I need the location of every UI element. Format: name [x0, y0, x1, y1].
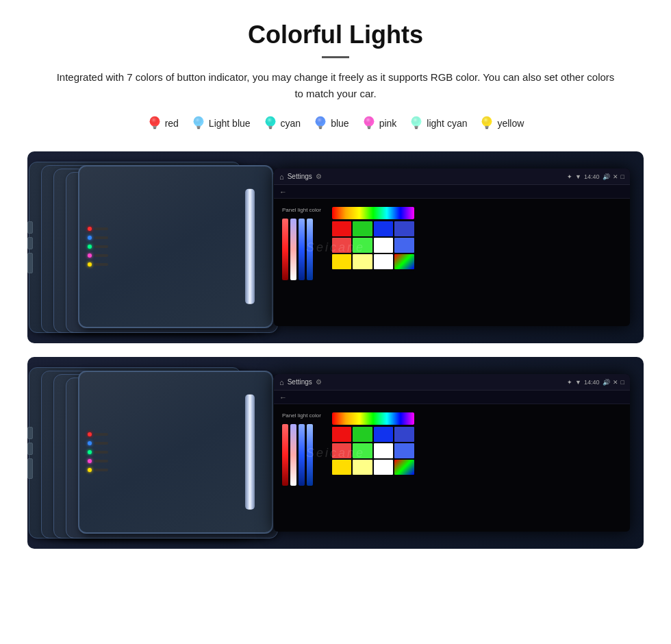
pink-bulb-icon	[362, 114, 377, 132]
color-row: red Light blue cyan	[27, 114, 644, 132]
screen-settings-label: Settings	[288, 173, 312, 180]
color-label-cyan: cyan	[281, 118, 301, 129]
blue-bulb-icon	[313, 114, 328, 132]
left-panels-2	[27, 357, 274, 549]
svg-rect-3	[153, 127, 156, 128]
panel-layer-1	[78, 165, 273, 328]
svg-rect-28	[415, 127, 418, 128]
svg-rect-24	[368, 128, 370, 129]
svg-rect-34	[486, 128, 489, 129]
screen-content-1: Panel light color	[274, 199, 630, 326]
left-panels-1	[27, 151, 274, 343]
svg-point-11	[265, 116, 275, 127]
screen-content-2: Panel light color	[274, 404, 630, 532]
car-units-section: ⌂ Settings ⚙ ✦ ▼ 14:40 🔊 ✕ □ ←	[27, 151, 644, 549]
color-label-pink: pink	[379, 118, 397, 129]
svg-rect-2	[153, 126, 157, 127]
lightblue-bulb-icon	[191, 114, 206, 132]
svg-point-1	[149, 116, 160, 127]
panel-light-label-2: Panel light color	[282, 412, 321, 419]
page-title: Colorful Lights	[27, 21, 644, 49]
panel-layer-2-1	[78, 371, 273, 534]
page-container: Colorful Lights Integrated with 7 colors…	[0, 0, 671, 562]
svg-rect-13	[268, 127, 272, 128]
svg-rect-7	[197, 126, 201, 127]
cyan-bulb-icon	[263, 114, 278, 132]
car-unit-1: ⌂ Settings ⚙ ✦ ▼ 14:40 🔊 ✕ □ ←	[27, 151, 644, 343]
screen-topbar-2: ⌂ Settings ⚙ ✦ ▼ 14:40 🔊 ✕ □	[274, 374, 630, 391]
red-bulb-icon	[147, 114, 162, 132]
panel-light-section-1: Panel light color	[282, 207, 321, 280]
color-item-yellow: yellow	[479, 114, 524, 132]
side-buttons-1	[27, 221, 33, 273]
title-section: Colorful Lights Integrated with 7 colors…	[27, 21, 644, 102]
color-label-red: red	[165, 118, 179, 129]
svg-rect-23	[367, 127, 370, 128]
svg-point-6	[193, 116, 203, 127]
svg-rect-9	[197, 128, 200, 129]
svg-rect-12	[268, 126, 273, 127]
screen-subbar-1: ←	[274, 185, 630, 199]
svg-rect-14	[269, 128, 272, 129]
side-buttons-2	[27, 427, 33, 479]
car-unit-2: ⌂ Settings ⚙ ✦ ▼ 14:40 🔊 ✕ □ ←	[27, 357, 644, 549]
screen-2: ⌂ Settings ⚙ ✦ ▼ 14:40 🔊 ✕ □ ←	[274, 374, 630, 532]
svg-point-21	[364, 116, 374, 127]
svg-rect-4	[153, 128, 156, 129]
screen-1: ⌂ Settings ⚙ ✦ ▼ 14:40 🔊 ✕ □ ←	[274, 169, 630, 326]
svg-rect-33	[485, 127, 489, 128]
led-buttons-1	[88, 227, 108, 267]
lightcyan-bulb-icon	[409, 114, 424, 132]
svg-rect-8	[197, 127, 201, 128]
panel-light-section-2: Panel light color	[282, 412, 321, 486]
screen-topbar-1: ⌂ Settings ⚙ ✦ ▼ 14:40 🔊 ✕ □	[274, 169, 630, 185]
color-item-lightblue: Light blue	[191, 114, 251, 132]
yellow-bulb-icon	[479, 114, 494, 132]
color-item-red: red	[147, 114, 179, 132]
screen-time-2: 14:40	[584, 379, 600, 386]
panel-light-label-1: Panel light color	[282, 207, 321, 213]
svg-rect-29	[415, 128, 418, 129]
description-text: Integrated with 7 colors of button indic…	[55, 69, 616, 102]
svg-point-16	[316, 116, 326, 127]
screen-settings-label-2: Settings	[288, 378, 312, 386]
screen-time-1: 14:40	[584, 173, 600, 180]
color-grid-section-1	[332, 207, 414, 269]
svg-point-31	[482, 116, 492, 127]
screen-subbar-2: ←	[274, 391, 630, 404]
color-label-blue: blue	[331, 118, 349, 129]
svg-rect-19	[319, 128, 322, 129]
color-item-blue: blue	[313, 114, 349, 132]
led-buttons-2	[88, 432, 108, 472]
color-grid-section-2	[332, 412, 414, 475]
color-item-cyan: cyan	[263, 114, 301, 132]
title-divider	[322, 56, 349, 58]
svg-rect-17	[318, 126, 322, 127]
svg-point-26	[412, 116, 422, 127]
color-label-yellow: yellow	[497, 118, 524, 129]
svg-rect-22	[367, 126, 371, 127]
color-item-lightcyan: light cyan	[409, 114, 467, 132]
svg-rect-27	[415, 126, 419, 127]
color-label-lightcyan: light cyan	[427, 118, 467, 129]
color-label-lightblue: Light blue	[209, 118, 251, 129]
color-item-pink: pink	[362, 114, 397, 132]
svg-rect-32	[485, 126, 490, 127]
svg-rect-18	[319, 127, 322, 128]
